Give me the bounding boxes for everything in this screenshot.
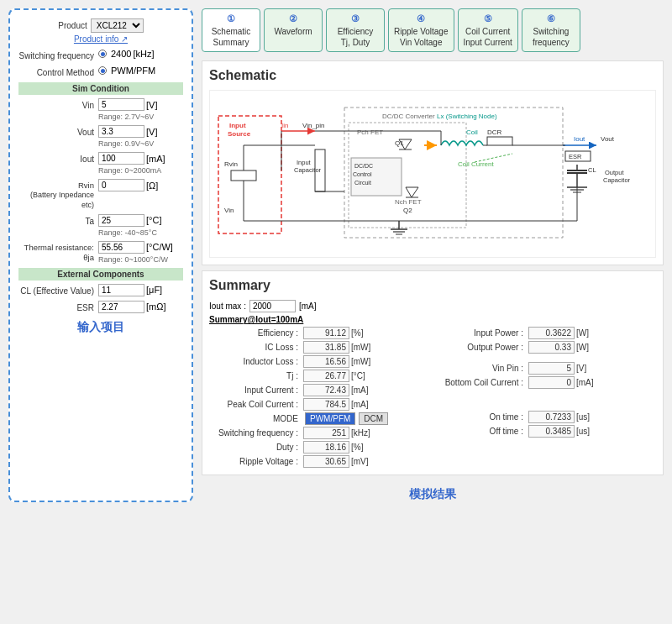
rvin-group: Rvin(Battery Inpedance etc) [Ω]	[18, 179, 183, 210]
esr-input[interactable]	[98, 301, 144, 313]
input-power-value: 0.3622	[528, 327, 575, 339]
vin-value-area: [V] Range: 2.7V~6V	[98, 98, 183, 121]
tab-ripple[interactable]: ④ Ripple VoltageVin Voltage	[388, 8, 454, 52]
rvin-input[interactable]	[98, 179, 144, 191]
mode-label: MODE	[209, 414, 302, 423]
efficiency-unit: [%]	[351, 328, 375, 338]
input-current-value: 72.43	[303, 384, 349, 396]
iout-max-row: Iout max : [mA]	[209, 300, 656, 312]
svg-text:Capacitor: Capacitor	[603, 176, 631, 184]
product-link[interactable]: Product info ↗	[18, 34, 183, 44]
switching-freq-label: Switching frequency	[18, 49, 98, 61]
off-time-unit: [us]	[576, 427, 600, 436]
control-method-value-area: PWM/PFM	[98, 66, 183, 76]
svg-text:DC/DC: DC/DC	[354, 163, 373, 169]
ic-loss-row: IC Loss : 31.85 [mW]	[209, 341, 431, 354]
svg-text:Q2: Q2	[403, 207, 412, 214]
svg-text:Input: Input	[229, 122, 246, 129]
control-method-radio[interactable]	[98, 66, 107, 75]
svg-text:ESR: ESR	[569, 153, 582, 160]
thermal-input[interactable]	[98, 241, 144, 254]
cl-group: CL (Effective Value) [μF]	[18, 284, 183, 296]
iout-input[interactable]	[98, 152, 144, 165]
svg-text:Iout: Iout	[574, 135, 585, 143]
svg-text:DCR: DCR	[487, 128, 502, 136]
vin-label: Vin	[18, 98, 98, 111]
svg-text:Iin: Iin	[281, 122, 288, 129]
svg-text:Nch FET: Nch FET	[395, 198, 422, 206]
rvin-label: Rvin(Battery Inpedance etc)	[18, 179, 98, 210]
tab1-label: SchematicSummary	[212, 27, 251, 47]
product-row: Product XCL212	[18, 18, 183, 33]
vout-input[interactable]	[98, 125, 144, 138]
svg-text:Control: Control	[353, 171, 372, 177]
tab6-number: ⑥	[528, 13, 575, 24]
summary-condition-label: Summary@Iout=100mA	[209, 315, 656, 324]
peak-coil-unit: [mA]	[351, 400, 375, 409]
summary-section: Summary Iout max : [mA] Summary@Iout=100…	[202, 270, 664, 475]
schematic-title: Schematic	[209, 68, 656, 83]
svg-text:Output: Output	[605, 169, 624, 176]
iout-label: Iout	[18, 152, 98, 165]
tab-switching[interactable]: ⑥ Switchingfrequency	[522, 8, 580, 52]
off-time-row: Off time : 0.3485 [us]	[434, 425, 656, 438]
duty-row: Duty : 18.16 [%]	[209, 441, 431, 454]
vout-range: Range: 0.9V~6V	[98, 139, 154, 148]
cl-value-area: [μF]	[98, 284, 183, 296]
input-power-unit: [W]	[576, 328, 600, 338]
off-time-value: 0.3485	[528, 425, 575, 438]
product-select[interactable]: XCL212	[91, 18, 144, 33]
tab-schematic-summary[interactable]: ① SchematicSummary	[202, 8, 260, 52]
thermal-unit: [°C/W]	[146, 242, 173, 252]
cl-unit: [μF]	[146, 285, 162, 295]
vout-value-area: [V] Range: 0.9V~6V	[98, 125, 183, 148]
vin-input[interactable]	[98, 98, 144, 111]
on-time-row: On time : 0.7233 [us]	[434, 411, 656, 423]
schematic-diagram: Input Source Rvin Vin Iin Vin_pin	[209, 90, 656, 258]
switching-freq-value: 2400	[111, 49, 131, 59]
output-power-value: 0.33	[528, 341, 575, 354]
inductor-loss-row: Inductor Loss : 16.56 [mW]	[209, 355, 431, 368]
thermal-range: Range: 0~1000°C/W	[98, 255, 168, 264]
mode-pwm-pfm[interactable]: PWM/PFM	[305, 412, 355, 425]
tab-waveform[interactable]: ② Waveform	[264, 8, 323, 52]
summary-right-col: Input Power : 0.3622 [W] Output Power : …	[434, 327, 656, 468]
svg-text:Circuit: Circuit	[354, 180, 371, 186]
main-container: Product XCL212 Product info ↗ Switching …	[8, 8, 664, 502]
switching-freq-unit: [kHz]	[133, 49, 154, 59]
svg-text:Pch FET: Pch FET	[357, 128, 383, 136]
tab-efficiency[interactable]: ③ EfficiencyTj, Duty	[326, 8, 385, 52]
sw-freq-value: 251	[303, 427, 349, 439]
cl-input[interactable]	[98, 284, 144, 296]
iout-group: Iout [mA] Range: 0~2000mA	[18, 152, 183, 175]
svg-text:Source: Source	[228, 130, 251, 138]
sw-freq-unit: [kHz]	[351, 428, 375, 438]
efficiency-label: Efficiency :	[209, 328, 302, 338]
tj-label: Tj :	[209, 371, 302, 380]
right-panel: ① SchematicSummary ② Waveform ③ Efficien…	[202, 8, 664, 502]
inductor-loss-label: Inductor Loss :	[209, 357, 302, 366]
tj-unit: [°C]	[351, 371, 375, 380]
ta-group: Ta [°C] Range: -40~85°C	[18, 214, 183, 237]
summary-left-col: Efficiency : 91.12 [%] IC Loss : 31.85 […	[209, 327, 431, 468]
iout-range: Range: 0~2000mA	[98, 166, 161, 175]
esr-label: ESR	[18, 301, 98, 313]
svg-text:CL: CL	[588, 166, 596, 174]
vin-range-wrap: Range: 2.7V~6V	[98, 113, 154, 121]
ripple-row: Ripple Voltage : 30.65 [mV]	[209, 455, 431, 468]
esr-unit: [mΩ]	[146, 302, 166, 312]
ta-input[interactable]	[98, 214, 144, 227]
svg-text:Vin_pin: Vin_pin	[302, 122, 325, 129]
external-header: External Components	[18, 268, 183, 281]
bottom-coil-unit: [mA]	[576, 378, 600, 387]
mode-dcm[interactable]: DCM	[359, 412, 388, 425]
bottom-coil-label: Bottom Coil Current :	[434, 378, 527, 387]
svg-marker-25	[406, 187, 418, 197]
switching-freq-radio[interactable]	[98, 50, 107, 58]
tab4-number: ④	[394, 13, 449, 24]
vin-range: Range: 2.7V~6V	[98, 113, 154, 121]
svg-text:Capacitor: Capacitor	[294, 166, 322, 174]
iout-max-input[interactable]	[249, 300, 296, 312]
tabs-container: ① SchematicSummary ② Waveform ③ Efficien…	[202, 8, 664, 52]
tab-coil-current[interactable]: ⑤ Coil CurrentInput Current	[458, 8, 518, 52]
